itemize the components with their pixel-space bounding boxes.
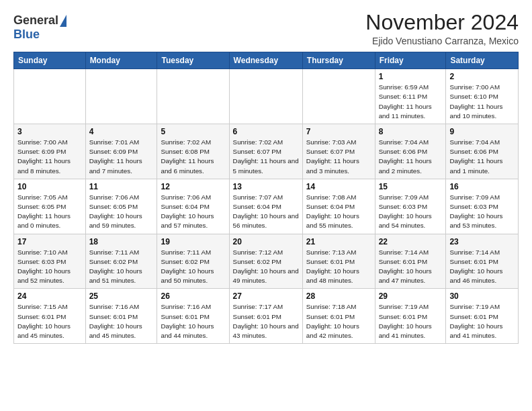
title-block: November 2024 Ejido Venustiano Carranza,…	[365, 11, 519, 46]
header-saturday: Saturday	[446, 52, 519, 69]
week-row-0: 1Sunrise: 6:59 AMSunset: 6:11 PMDaylight…	[14, 69, 519, 124]
header-sunday: Sunday	[14, 52, 86, 69]
day-info-22: Sunrise: 7:14 AMSunset: 6:01 PMDaylight:…	[379, 248, 443, 286]
calendar-cell-1-0: 3Sunrise: 7:00 AMSunset: 6:09 PMDaylight…	[14, 124, 86, 179]
calendar-cell-1-2: 5Sunrise: 7:02 AMSunset: 6:08 PMDaylight…	[157, 124, 229, 179]
day-number-28: 28	[306, 291, 371, 301]
day-number-15: 15	[379, 182, 443, 191]
header-thursday: Thursday	[302, 52, 375, 69]
day-number-22: 22	[379, 237, 443, 246]
header-tuesday: Tuesday	[157, 52, 229, 69]
day-info-15: Sunrise: 7:09 AMSunset: 6:03 PMDaylight:…	[379, 193, 443, 231]
calendar-cell-2-0: 10Sunrise: 7:05 AMSunset: 6:05 PMDayligh…	[14, 179, 86, 234]
day-info-25: Sunrise: 7:16 AMSunset: 6:01 PMDaylight:…	[89, 302, 154, 340]
day-info-9: Sunrise: 7:04 AMSunset: 6:06 PMDaylight:…	[449, 138, 515, 176]
calendar-cell-0-0	[14, 69, 86, 124]
calendar-cell-1-1: 4Sunrise: 7:01 AMSunset: 6:09 PMDaylight…	[85, 124, 157, 179]
day-number-24: 24	[17, 291, 82, 301]
day-number-30: 30	[449, 291, 515, 301]
day-info-19: Sunrise: 7:11 AMSunset: 6:02 PMDaylight:…	[161, 248, 225, 286]
day-info-14: Sunrise: 7:08 AMSunset: 6:04 PMDaylight:…	[306, 193, 371, 231]
day-info-27: Sunrise: 7:17 AMSunset: 6:01 PMDaylight:…	[233, 302, 299, 340]
header: General Blue November 2024 Ejido Venusti…	[13, 11, 519, 46]
day-number-18: 18	[89, 237, 154, 246]
day-number-20: 20	[233, 237, 299, 246]
day-info-23: Sunrise: 7:14 AMSunset: 6:01 PMDaylight:…	[449, 248, 515, 286]
day-number-4: 4	[89, 127, 154, 136]
week-row-4: 24Sunrise: 7:15 AMSunset: 6:01 PMDayligh…	[14, 289, 519, 344]
day-info-6: Sunrise: 7:02 AMSunset: 6:07 PMDaylight:…	[233, 138, 299, 176]
calendar-cell-0-6: 2Sunrise: 7:00 AMSunset: 6:10 PMDaylight…	[446, 69, 519, 124]
calendar-cell-3-4: 21Sunrise: 7:13 AMSunset: 6:01 PMDayligh…	[302, 234, 375, 289]
week-row-3: 17Sunrise: 7:10 AMSunset: 6:03 PMDayligh…	[14, 234, 519, 289]
day-number-14: 14	[306, 182, 371, 191]
day-number-1: 1	[379, 72, 443, 81]
day-number-17: 17	[17, 237, 82, 246]
day-info-5: Sunrise: 7:02 AMSunset: 6:08 PMDaylight:…	[161, 138, 225, 176]
day-info-29: Sunrise: 7:19 AMSunset: 6:01 PMDaylight:…	[379, 302, 443, 340]
calendar-cell-3-5: 22Sunrise: 7:14 AMSunset: 6:01 PMDayligh…	[375, 234, 446, 289]
calendar-table: Sunday Monday Tuesday Wednesday Thursday…	[13, 52, 519, 344]
day-info-16: Sunrise: 7:09 AMSunset: 6:03 PMDaylight:…	[449, 193, 515, 231]
calendar-cell-0-3	[229, 69, 302, 124]
header-monday: Monday	[85, 52, 157, 69]
header-wednesday: Wednesday	[229, 52, 302, 69]
week-row-2: 10Sunrise: 7:05 AMSunset: 6:05 PMDayligh…	[14, 179, 519, 234]
calendar-cell-4-1: 25Sunrise: 7:16 AMSunset: 6:01 PMDayligh…	[85, 289, 157, 344]
calendar-cell-4-6: 30Sunrise: 7:19 AMSunset: 6:01 PMDayligh…	[446, 289, 519, 344]
day-number-27: 27	[233, 291, 299, 301]
calendar-cell-2-2: 12Sunrise: 7:06 AMSunset: 6:04 PMDayligh…	[157, 179, 229, 234]
day-number-3: 3	[17, 127, 82, 136]
calendar-cell-4-2: 26Sunrise: 7:16 AMSunset: 6:01 PMDayligh…	[157, 289, 229, 344]
day-info-2: Sunrise: 7:00 AMSunset: 6:10 PMDaylight:…	[449, 83, 515, 121]
header-friday: Friday	[375, 52, 446, 69]
calendar-cell-0-1	[85, 69, 157, 124]
day-info-1: Sunrise: 6:59 AMSunset: 6:11 PMDaylight:…	[379, 83, 443, 121]
calendar-cell-0-5: 1Sunrise: 6:59 AMSunset: 6:11 PMDaylight…	[375, 69, 446, 124]
day-number-19: 19	[161, 237, 225, 246]
calendar-cell-4-4: 28Sunrise: 7:18 AMSunset: 6:01 PMDayligh…	[302, 289, 375, 344]
day-number-6: 6	[233, 127, 299, 136]
day-number-23: 23	[449, 237, 515, 246]
calendar-cell-0-4	[302, 69, 375, 124]
day-info-3: Sunrise: 7:00 AMSunset: 6:09 PMDaylight:…	[17, 138, 82, 176]
day-number-29: 29	[379, 291, 443, 301]
week-row-1: 3Sunrise: 7:00 AMSunset: 6:09 PMDaylight…	[14, 124, 519, 179]
day-info-17: Sunrise: 7:10 AMSunset: 6:03 PMDaylight:…	[17, 248, 82, 286]
calendar-cell-2-4: 14Sunrise: 7:08 AMSunset: 6:04 PMDayligh…	[302, 179, 375, 234]
day-info-26: Sunrise: 7:16 AMSunset: 6:01 PMDaylight:…	[161, 302, 225, 340]
calendar-header-row: Sunday Monday Tuesday Wednesday Thursday…	[14, 52, 519, 69]
calendar-cell-2-5: 15Sunrise: 7:09 AMSunset: 6:03 PMDayligh…	[375, 179, 446, 234]
day-number-2: 2	[449, 72, 515, 81]
day-number-10: 10	[17, 182, 82, 191]
page: General Blue November 2024 Ejido Venusti…	[0, 0, 532, 355]
day-number-11: 11	[89, 182, 154, 191]
calendar-cell-1-3: 6Sunrise: 7:02 AMSunset: 6:07 PMDaylight…	[229, 124, 302, 179]
day-info-8: Sunrise: 7:04 AMSunset: 6:06 PMDaylight:…	[379, 138, 443, 176]
day-info-30: Sunrise: 7:19 AMSunset: 6:01 PMDaylight:…	[449, 302, 515, 340]
day-info-28: Sunrise: 7:18 AMSunset: 6:01 PMDaylight:…	[306, 302, 371, 340]
logo-text: General	[13, 13, 66, 28]
day-info-11: Sunrise: 7:06 AMSunset: 6:05 PMDaylight:…	[89, 193, 154, 231]
location-title: Ejido Venustiano Carranza, Mexico	[365, 36, 519, 46]
day-info-4: Sunrise: 7:01 AMSunset: 6:09 PMDaylight:…	[89, 138, 154, 176]
day-info-20: Sunrise: 7:12 AMSunset: 6:02 PMDaylight:…	[233, 248, 299, 286]
day-number-9: 9	[449, 127, 515, 136]
day-number-26: 26	[161, 291, 225, 301]
logo-general-text: General	[13, 13, 58, 28]
day-number-8: 8	[379, 127, 443, 136]
calendar-cell-3-6: 23Sunrise: 7:14 AMSunset: 6:01 PMDayligh…	[446, 234, 519, 289]
calendar-cell-4-5: 29Sunrise: 7:19 AMSunset: 6:01 PMDayligh…	[375, 289, 446, 344]
day-number-5: 5	[161, 127, 225, 136]
calendar-cell-4-0: 24Sunrise: 7:15 AMSunset: 6:01 PMDayligh…	[14, 289, 86, 344]
calendar-cell-4-3: 27Sunrise: 7:17 AMSunset: 6:01 PMDayligh…	[229, 289, 302, 344]
day-info-21: Sunrise: 7:13 AMSunset: 6:01 PMDaylight:…	[306, 248, 371, 286]
logo-blue-text: Blue	[13, 28, 40, 42]
day-number-16: 16	[449, 182, 515, 191]
day-number-25: 25	[89, 291, 154, 301]
logo: General Blue	[13, 13, 66, 42]
day-info-18: Sunrise: 7:11 AMSunset: 6:02 PMDaylight:…	[89, 248, 154, 286]
calendar-cell-2-3: 13Sunrise: 7:07 AMSunset: 6:04 PMDayligh…	[229, 179, 302, 234]
calendar-cell-1-5: 8Sunrise: 7:04 AMSunset: 6:06 PMDaylight…	[375, 124, 446, 179]
day-info-12: Sunrise: 7:06 AMSunset: 6:04 PMDaylight:…	[161, 193, 225, 231]
